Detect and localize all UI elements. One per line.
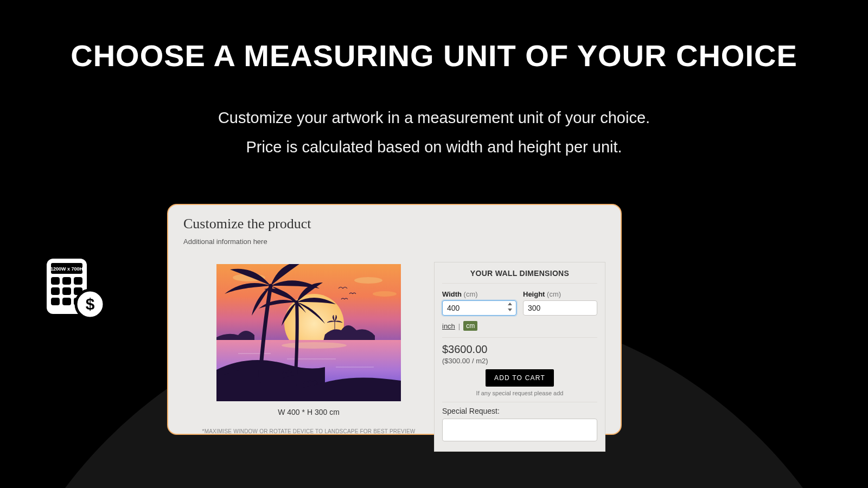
svg-rect-4 [62,277,71,285]
card-title: Customize the product [183,216,605,232]
svg-rect-7 [62,287,71,295]
price-per-unit: ($300.00 / m2) [442,357,597,365]
svg-rect-9 [51,298,60,305]
width-label: Width (cm) [442,290,516,298]
subtitle-line-1: Customize your artwork in a measurement … [0,104,868,133]
unit-cm-pill[interactable]: cm [463,321,477,331]
special-request-label: Special Request: [442,407,597,415]
svg-rect-3 [51,277,60,285]
height-label: Height (cm) [523,290,597,298]
height-input[interactable] [523,300,597,316]
unit-separator: | [458,322,460,330]
panel-title: YOUR WALL DIMENSIONS [442,269,597,283]
svg-rect-5 [74,277,82,285]
svg-rect-10 [62,298,71,305]
special-request-textarea[interactable] [442,419,597,441]
width-stepper[interactable] [508,303,513,311]
page-title: CHOOSE A MEASURING UNIT OF YOUR CHOICE [0,38,868,73]
svg-text:$: $ [86,295,95,313]
unit-inch-link[interactable]: inch [442,322,455,330]
cta-note: If any special request please add [442,390,597,396]
subtitle-line-2: Price is calculated based on width and h… [0,133,868,162]
page-subtitle: Customize your artwork in a measurement … [0,104,868,162]
calculator-dollar-icon: 1200W x 700H $ [44,258,107,320]
svg-point-18 [373,291,397,297]
preview-dimensions: W 400 * H 300 cm [183,408,434,416]
preview-hint: *MAXIMISE WINDOW OR ROTATE DEVICE TO LAN… [183,428,434,434]
artwork-preview [216,264,401,401]
product-customizer-card: Customize the product Additional informa… [167,204,622,435]
svg-point-21 [282,342,347,349]
svg-rect-6 [51,287,60,295]
svg-text:1200W x 700H: 1200W x 700H [50,266,83,272]
width-input[interactable] [442,300,516,316]
price-total: $3600.00 [442,343,597,356]
add-to-cart-button[interactable]: ADD TO CART [486,369,554,387]
dimensions-panel: YOUR WALL DIMENSIONS Width (cm) Hei [434,262,605,452]
svg-point-17 [354,277,382,284]
card-subtitle: Additional information here [183,237,605,246]
